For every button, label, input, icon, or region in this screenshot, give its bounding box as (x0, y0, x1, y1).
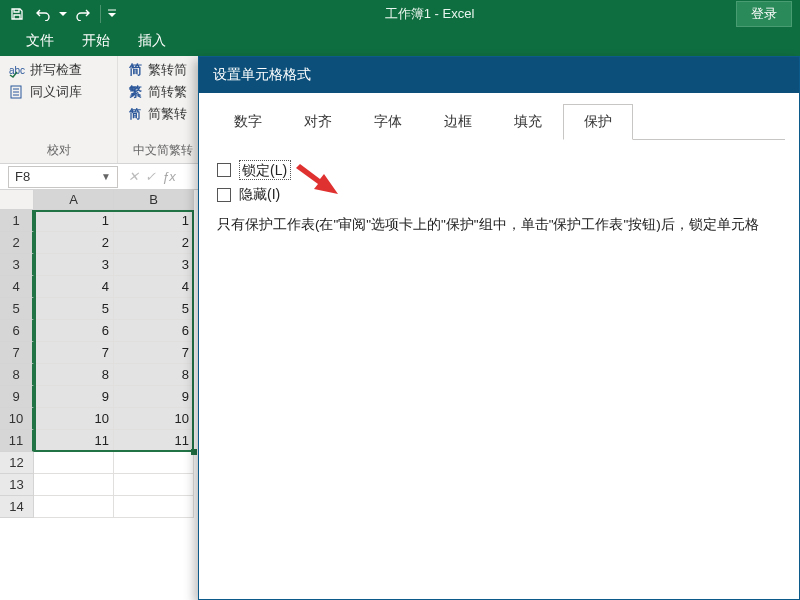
cell[interactable]: 5 (34, 298, 114, 320)
cell[interactable]: 4 (114, 276, 194, 298)
tab-alignment[interactable]: 对齐 (283, 104, 353, 140)
cell[interactable]: 8 (34, 364, 114, 386)
cell[interactable]: 5 (114, 298, 194, 320)
tab-fill[interactable]: 填充 (493, 104, 563, 140)
row-header[interactable]: 5 (0, 298, 34, 320)
trad-to-simp-icon: 简 (126, 61, 144, 79)
select-all-corner[interactable] (0, 190, 34, 210)
cancel-icon[interactable]: ✕ (128, 169, 139, 184)
qat-customize[interactable] (107, 3, 117, 25)
cell[interactable]: 4 (34, 276, 114, 298)
group-proofing-label: 校对 (6, 140, 111, 161)
tab-font[interactable]: 字体 (353, 104, 423, 140)
trad-to-simp-label: 繁转简 (148, 61, 187, 79)
save-icon (10, 7, 24, 21)
hide-label: 隐藏(I) (239, 186, 280, 204)
cell[interactable]: 8 (114, 364, 194, 386)
cell[interactable]: 10 (34, 408, 114, 430)
tab-file[interactable]: 文件 (12, 27, 68, 56)
cell[interactable]: 6 (34, 320, 114, 342)
cell[interactable]: 10 (114, 408, 194, 430)
fx-icon[interactable]: ƒx (162, 169, 176, 184)
trad-to-simp-button[interactable]: 简 繁转简 (124, 60, 202, 80)
cell[interactable]: 9 (114, 386, 194, 408)
simp-trad-convert-button[interactable]: 简 简繁转 (124, 104, 202, 124)
cell[interactable]: 2 (34, 232, 114, 254)
cell[interactable]: 6 (114, 320, 194, 342)
row-header[interactable]: 1 (0, 210, 34, 232)
row-header[interactable]: 12 (0, 452, 34, 474)
tab-insert[interactable]: 插入 (124, 27, 180, 56)
quick-access-toolbar (0, 3, 123, 25)
lock-checkbox[interactable] (217, 163, 231, 177)
simp-trad-icon: 简 (126, 105, 144, 123)
simp-to-trad-button[interactable]: 繁 简转繁 (124, 82, 202, 102)
tab-home[interactable]: 开始 (68, 27, 124, 56)
cell[interactable]: 7 (34, 342, 114, 364)
cell[interactable]: 1 (114, 210, 194, 232)
hide-checkbox-row[interactable]: 隐藏(I) (217, 186, 781, 204)
group-proofing: abc 拼写检查 同义词库 校对 (0, 56, 118, 163)
name-box[interactable]: F8 ▼ (8, 166, 118, 188)
row-header[interactable]: 2 (0, 232, 34, 254)
redo-icon (75, 7, 91, 21)
cell[interactable]: 11 (114, 430, 194, 452)
cell[interactable]: 7 (114, 342, 194, 364)
cell[interactable] (34, 474, 114, 496)
spell-check-button[interactable]: abc 拼写检查 (6, 60, 111, 80)
hide-checkbox[interactable] (217, 188, 231, 202)
dialog-body: 锁定(L) 隐藏(I) 只有保护工作表(在"审阅"选项卡上的"保护"组中，单击"… (199, 140, 799, 251)
undo-dropdown[interactable] (58, 3, 68, 25)
row-header[interactable]: 8 (0, 364, 34, 386)
row-header[interactable]: 6 (0, 320, 34, 342)
chevron-down-icon: ▼ (101, 171, 111, 182)
dialog-title[interactable]: 设置单元格格式 (199, 57, 799, 93)
cell[interactable]: 11 (34, 430, 114, 452)
lock-checkbox-row[interactable]: 锁定(L) (217, 160, 781, 180)
cell[interactable]: 9 (34, 386, 114, 408)
row-header[interactable]: 11 (0, 430, 34, 452)
lock-label: 锁定(L) (239, 160, 291, 180)
simp-to-trad-label: 简转繁 (148, 83, 187, 101)
chevron-down-icon (59, 10, 67, 18)
tab-border[interactable]: 边框 (423, 104, 493, 140)
save-button[interactable] (6, 3, 28, 25)
spell-check-icon: abc (8, 61, 26, 79)
simp-trad-convert-label: 简繁转 (148, 105, 187, 123)
row-header[interactable]: 7 (0, 342, 34, 364)
format-cells-dialog: 设置单元格格式 数字 对齐 字体 边框 填充 保护 锁定(L) 隐藏(I) 只有… (198, 56, 800, 600)
simp-to-trad-icon: 繁 (126, 83, 144, 101)
cell[interactable]: 1 (34, 210, 114, 232)
ribbon-tabs: 文件 开始 插入 (0, 28, 800, 56)
redo-button[interactable] (72, 3, 94, 25)
cell[interactable] (114, 474, 194, 496)
formula-bar-buttons: ✕ ✓ ƒx (122, 169, 182, 184)
thesaurus-icon (8, 83, 26, 101)
row-header[interactable]: 4 (0, 276, 34, 298)
col-header-A[interactable]: A (34, 190, 114, 210)
thesaurus-button[interactable]: 同义词库 (6, 82, 111, 102)
undo-button[interactable] (32, 3, 54, 25)
confirm-icon[interactable]: ✓ (145, 169, 156, 184)
tab-number[interactable]: 数字 (213, 104, 283, 140)
cell[interactable] (114, 496, 194, 518)
cell[interactable] (34, 496, 114, 518)
name-box-value: F8 (15, 169, 30, 184)
row-header[interactable]: 13 (0, 474, 34, 496)
customize-icon (108, 9, 116, 19)
row-header[interactable]: 10 (0, 408, 34, 430)
fill-handle[interactable] (191, 449, 197, 455)
cell[interactable] (34, 452, 114, 474)
row-header[interactable]: 9 (0, 386, 34, 408)
dialog-tabs: 数字 对齐 字体 边框 填充 保护 (213, 103, 785, 139)
login-button[interactable]: 登录 (736, 1, 792, 27)
cell[interactable]: 3 (34, 254, 114, 276)
cell[interactable]: 3 (114, 254, 194, 276)
cell[interactable] (114, 452, 194, 474)
window-title: 工作簿1 - Excel (123, 5, 736, 23)
tab-protection[interactable]: 保护 (563, 104, 633, 140)
cell[interactable]: 2 (114, 232, 194, 254)
row-header[interactable]: 3 (0, 254, 34, 276)
col-header-B[interactable]: B (114, 190, 194, 210)
row-header[interactable]: 14 (0, 496, 34, 518)
